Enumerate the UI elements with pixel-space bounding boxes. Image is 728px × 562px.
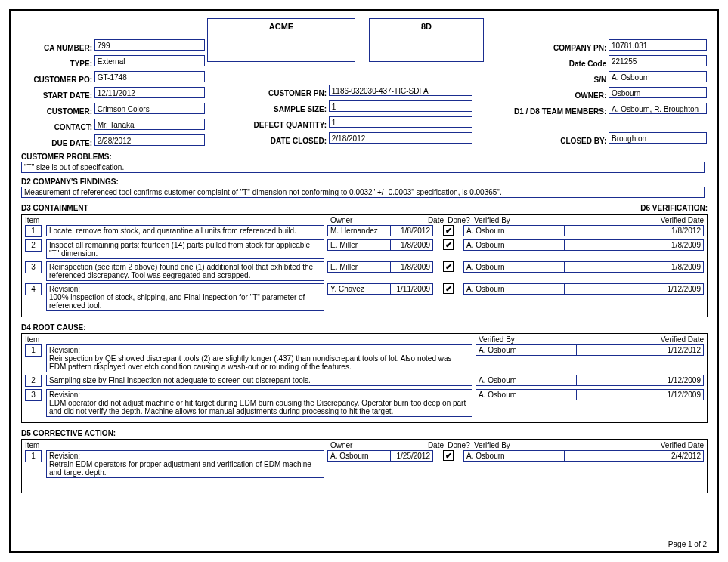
row-num: 3	[25, 389, 42, 401]
row-owner: M. Hernandez	[327, 225, 391, 236]
d3-h-done: Done?	[444, 216, 474, 224]
row-vby: A. Osbourn	[476, 375, 577, 386]
row-vdate: 1/12/2009	[577, 389, 704, 400]
d5-h-vby: Verified By	[474, 441, 580, 449]
sec-findings: Measurement of referenced tool confirms …	[21, 187, 705, 198]
d3-title: D3 CONTAINMENT	[21, 204, 88, 212]
row-vdate: 1/12/2009	[577, 375, 704, 386]
lbl-start: START DATE:	[21, 91, 92, 100]
d3-table: Item Owner Date Done? Verified By Verifi…	[21, 214, 708, 317]
lbl-dateclosed: DATE CLOSED:	[245, 137, 327, 145]
fld-owner: Osbourn	[609, 87, 707, 98]
lbl-company-pn: COMPANY PN:	[553, 44, 606, 52]
d3-h-date: Date	[398, 216, 444, 224]
fld-cust-pn: 1186-032030-437-TIC-SDFA	[329, 85, 472, 96]
sec-problems-title: CUSTOMER PROBLEMS:	[21, 153, 708, 161]
row-desc: Reinspection (see item 2 above) found on…	[46, 261, 324, 281]
checkbox-icon: ✔	[443, 225, 454, 236]
lbl-customer: CUSTOMER:	[21, 107, 92, 116]
top-right-block: COMPANY PN: 10781.031 Date Code 221255 S…	[514, 39, 707, 148]
row-num: 1	[25, 450, 42, 462]
checkbox-icon: ✔	[443, 283, 454, 294]
sec-problems: "T" size is out of specification.	[21, 162, 705, 173]
d3-h-owner: Owner	[330, 216, 398, 224]
fld-dateclosed: 2/18/2012	[329, 132, 472, 144]
fld-ca-number: 799	[94, 39, 205, 51]
lbl-sn: S/N	[594, 76, 607, 84]
row-date: 1/11/2009	[391, 283, 433, 295]
fld-sample: 1	[329, 100, 472, 112]
d4-table: Item Verified By Verified Date 1Revision…	[21, 333, 708, 423]
row-owner: E. Miller	[327, 239, 391, 251]
row-num: 4	[25, 283, 42, 295]
page: ACME 8D CA NUMBER: 799 TYPE: External CU…	[9, 9, 719, 553]
table-row: 2Inspect all remaining parts: fourteen (…	[25, 239, 704, 259]
fld-contact: Mr. Tanaka	[94, 119, 205, 130]
checkbox-icon: ✔	[443, 261, 454, 272]
d6-title: D6 VERIFICATION:	[640, 204, 708, 212]
row-vdate: 1/8/2009	[565, 261, 704, 273]
row-owner: A. Osbourn	[327, 450, 391, 462]
row-desc: Revision: EDM operator did not adjust ma…	[46, 389, 472, 417]
row-vdate: 1/8/2009	[565, 239, 704, 251]
lbl-type: TYPE:	[21, 60, 92, 68]
table-row: 3Reinspection (see item 2 above) found o…	[25, 261, 704, 281]
table-row: 3Revision: EDM operator did not adjust m…	[25, 389, 704, 417]
row-date: 1/8/2009	[391, 261, 433, 273]
header-acme-box: ACME	[207, 18, 355, 62]
d5-h-owner: Owner	[330, 441, 398, 449]
fld-datecode: 221255	[609, 55, 707, 66]
d3-h-vby: Verified By	[474, 216, 580, 224]
row-vby: A. Osbourn	[463, 261, 565, 273]
row-desc: Revision: 100% inspection of stock, ship…	[46, 283, 324, 311]
row-date: 1/25/2012	[391, 450, 433, 462]
d3-h-item: Item	[25, 216, 48, 224]
fld-company-pn: 10781.031	[609, 39, 707, 51]
lbl-ca-number: CA NUMBER:	[21, 44, 92, 52]
fld-customer: Crimson Colors	[94, 103, 205, 114]
lbl-sample: SAMPLE SIZE:	[245, 105, 327, 113]
row-done-wrap: ✔	[433, 261, 463, 272]
lbl-contact: CONTACT:	[21, 123, 92, 131]
sec-findings-title: D2 COMPANY'S FINDINGS:	[21, 178, 708, 186]
lbl-closedby: CLOSED BY:	[560, 137, 606, 145]
row-vby: A. Osbourn	[463, 239, 565, 251]
d5-h-vdate: Verified Date	[580, 441, 704, 449]
row-owner: E. Miller	[327, 261, 391, 273]
table-row: 1Revision: Retrain EDM operators for pro…	[25, 450, 704, 478]
row-desc: Sampling size by Final Inspection not ad…	[46, 375, 472, 386]
row-desc: Revision: Retrain EDM operators for prop…	[46, 450, 324, 478]
row-num: 1	[25, 344, 42, 357]
row-vdate: 2/4/2012	[565, 450, 704, 462]
body: CUSTOMER PROBLEMS: "T" size is out of sp…	[21, 148, 708, 493]
row-done-wrap: ✔	[433, 225, 463, 236]
row-date: 1/8/2009	[391, 239, 433, 251]
top-left-block: CA NUMBER: 799 TYPE: External CUSTOMER P…	[21, 39, 205, 150]
d5-table: Item Owner Date Done? Verified By Verifi…	[21, 439, 708, 493]
row-vdate: 1/8/2012	[565, 225, 704, 236]
lbl-defect: DEFECT QUANTITY:	[245, 121, 327, 129]
table-row: 1Locate, remove from stock, and quaranti…	[25, 225, 704, 237]
row-desc: Locate, remove from stock, and quarantin…	[46, 225, 324, 236]
header-8d-box: 8D	[369, 18, 484, 62]
table-row: 4Revision: 100% inspection of stock, shi…	[25, 283, 704, 311]
table-row: 2Sampling size by Final Inspection not a…	[25, 375, 704, 387]
row-done-wrap: ✔	[433, 239, 463, 250]
fld-cust-po: GT-1748	[94, 71, 205, 82]
fld-team: A. Osbourn, R. Broughton	[609, 103, 707, 114]
d5-h-done: Done?	[444, 441, 474, 449]
checkbox-icon: ✔	[443, 239, 454, 250]
d3-h-vdate: Verified Date	[580, 216, 704, 224]
fld-due: 2/28/2012	[94, 134, 205, 146]
row-vby: A. Osbourn	[476, 389, 577, 400]
row-desc: Inspect all remaining parts: fourteen (1…	[46, 239, 324, 259]
row-vby: A. Osbourn	[463, 225, 565, 236]
checkbox-icon: ✔	[443, 450, 454, 461]
fld-defect: 1	[329, 116, 472, 128]
row-vdate: 1/12/2012	[577, 344, 704, 356]
page-footer: Page 1 of 2	[668, 540, 707, 548]
d4-h-vby: Verified By	[479, 335, 584, 344]
row-desc: Revision: Reinspection by QE showed disc…	[46, 344, 472, 372]
d5-h-item: Item	[25, 441, 48, 449]
lbl-owner: OWNER:	[575, 91, 607, 100]
